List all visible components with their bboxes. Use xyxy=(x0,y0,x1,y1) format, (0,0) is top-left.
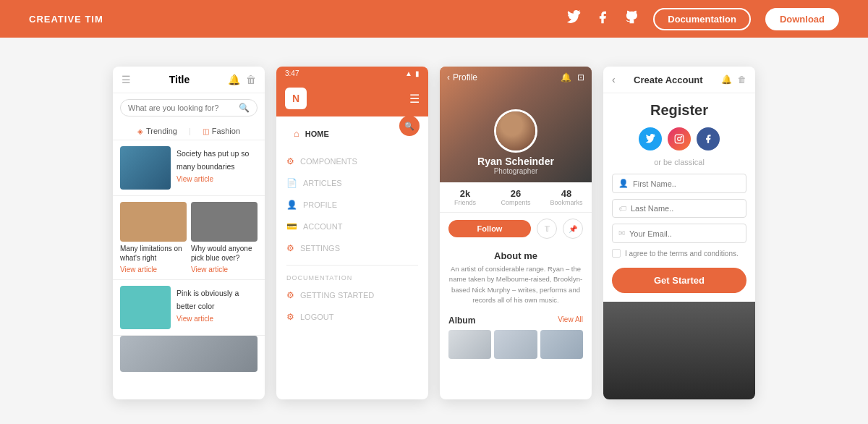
follow-button[interactable]: Follow xyxy=(448,220,531,237)
nav-components[interactable]: ⚙ COMPONENTS xyxy=(276,150,428,172)
trending-icon: ◈ xyxy=(137,127,143,135)
nav-divider xyxy=(286,265,418,266)
last-name-input[interactable] xyxy=(631,204,740,213)
github-icon[interactable] xyxy=(624,10,639,28)
article-small-item: Why would anyone pick blue over? View ar… xyxy=(191,202,258,274)
battery-icon: ▮ xyxy=(415,69,420,77)
notification-icon[interactable]: 🔔 xyxy=(561,72,571,82)
trash-icon[interactable]: 🗑 xyxy=(246,74,256,85)
nav-logout[interactable]: ⚙ LOGOUT xyxy=(276,306,428,328)
main-content: ☰ Title 🔔 🗑 🔍 ◈ Trending | ◫ Fashion xyxy=(0,38,868,424)
album-image-3 xyxy=(540,330,583,359)
terms-checkbox[interactable] xyxy=(612,249,621,258)
about-title: About me xyxy=(448,250,583,261)
about-section: About me An artist of considerable range… xyxy=(440,245,592,311)
search-bar[interactable]: 🔍 xyxy=(120,99,258,116)
album-grid xyxy=(440,330,592,359)
last-name-field[interactable]: 🏷 xyxy=(612,199,746,218)
view-article-link-small[interactable]: View article xyxy=(191,266,258,274)
view-article-link[interactable]: View article xyxy=(176,175,258,183)
get-started-button[interactable]: Get Started xyxy=(612,268,746,293)
tab-fashion[interactable]: ◫ Fashion xyxy=(203,127,240,135)
back-icon: ‹ xyxy=(447,72,450,82)
pin-icon: 📌 xyxy=(569,225,577,233)
person-icon: 👤 xyxy=(618,179,629,188)
search-input[interactable] xyxy=(128,103,234,112)
nav-getting-started[interactable]: ⚙ GETTING STARTED xyxy=(276,284,428,306)
view-all-link[interactable]: View All xyxy=(558,315,583,326)
nav-home-label: HOME xyxy=(305,130,329,138)
file-icon: 📄 xyxy=(286,178,297,188)
search-icon: 🔍 xyxy=(404,122,414,131)
twitter-icon[interactable] xyxy=(566,10,581,28)
mail-icon: ✉ xyxy=(618,229,625,238)
register-card: ‹ Create Account 🔔 🗑 Register or be cla xyxy=(603,67,755,399)
register-top-icons: 🔔 🗑 xyxy=(721,75,746,85)
terms-label: I agree to the terms and conditions. xyxy=(625,250,739,258)
home-icon: ⌂ xyxy=(294,128,299,139)
fashion-icon: ◫ xyxy=(203,127,209,135)
twitter-btn[interactable]: 𝕋 xyxy=(537,219,557,239)
register-title: Create Account xyxy=(634,75,703,85)
view-article-link-small[interactable]: View article xyxy=(120,266,187,274)
app-logo: N xyxy=(285,88,307,109)
search-icon: 🔍 xyxy=(239,103,250,113)
stat-comments-num: 26 xyxy=(490,188,541,199)
tab-trending[interactable]: ◈ Trending xyxy=(137,127,177,135)
header: CREATIVE TIM Documentation Download xyxy=(0,0,868,38)
search-button[interactable]: 🔍 xyxy=(399,116,420,136)
stat-friends: 2k Friends xyxy=(440,188,490,206)
instagram-social-btn[interactable] xyxy=(668,127,691,150)
hamburger-icon[interactable]: ☰ xyxy=(122,74,131,85)
article-image-small xyxy=(120,202,187,242)
facebook-icon[interactable] xyxy=(595,10,610,28)
email-input[interactable] xyxy=(629,229,740,238)
more-icon[interactable]: ⊡ xyxy=(577,72,584,82)
nav-articles[interactable]: 📄 ARTICLES xyxy=(276,172,428,194)
pin-btn[interactable]: 📌 xyxy=(563,219,583,239)
twitter-social-btn[interactable] xyxy=(639,127,662,150)
app-nav-card: 3:47 ▲ ▮ N ☰ ⌂ HOME ⚙ COMPONENTS 📄 ARTIC… xyxy=(276,67,428,399)
social-login-row xyxy=(612,127,746,150)
status-bar: 3:47 ▲ ▮ xyxy=(276,67,428,80)
settings-icon: ⚙ xyxy=(286,243,294,253)
article-small-item: Many limitations on what's right View ar… xyxy=(120,202,187,274)
avatar xyxy=(494,109,537,153)
svg-point-2 xyxy=(681,136,682,137)
back-button[interactable]: ‹ Profile xyxy=(447,72,477,82)
logout-icon: ⚙ xyxy=(286,312,294,322)
article-image-small xyxy=(191,202,258,242)
nav-account[interactable]: 💳 ACCOUNT xyxy=(276,216,428,237)
bell-icon[interactable]: 🔔 xyxy=(721,75,732,85)
tab-fashion-label: Fashion xyxy=(212,127,240,135)
profile-topbar: ‹ Profile 🔔 ⊡ xyxy=(440,67,592,88)
profile-hero: ‹ Profile 🔔 ⊡ Ryan Scheinder Photographe… xyxy=(440,67,592,182)
trash-icon[interactable]: 🗑 xyxy=(738,75,746,85)
documentation-button[interactable]: Documentation xyxy=(653,8,751,30)
download-button[interactable]: Download xyxy=(765,8,839,30)
first-name-field[interactable]: 👤 xyxy=(612,174,746,193)
card1-title: Title xyxy=(169,74,190,85)
nav-profile[interactable]: 👤 PROFILE xyxy=(276,194,428,216)
profile-nav-label: Profile xyxy=(453,72,477,82)
bell-icon[interactable]: 🔔 xyxy=(228,74,240,85)
category-tabs: ◈ Trending | ◫ Fashion xyxy=(113,122,265,140)
svg-point-1 xyxy=(678,137,681,141)
status-icons: ▲ ▮ xyxy=(405,69,420,77)
article-text: Society has put up so many boundaries xyxy=(176,149,249,171)
first-name-input[interactable] xyxy=(633,179,740,188)
stat-bookmarks-label: Bookmarks xyxy=(541,199,592,206)
view-article-link[interactable]: View article xyxy=(176,315,258,323)
back-button[interactable]: ‹ xyxy=(612,74,616,85)
album-title: Album xyxy=(448,315,475,326)
hamburger-icon[interactable]: ☰ xyxy=(409,92,420,106)
article-info: Society has put up so many boundaries Vi… xyxy=(176,146,258,190)
app-bar: N ☰ xyxy=(276,80,428,116)
email-field[interactable]: ✉ xyxy=(612,224,746,243)
album-header: Album View All xyxy=(440,311,592,330)
article-image-large xyxy=(120,336,258,372)
register-bottom-bg xyxy=(603,302,755,399)
profile-stats: 2k Friends 26 Compents 48 Bookmarks xyxy=(440,182,592,213)
facebook-social-btn[interactable] xyxy=(697,127,720,150)
nav-settings[interactable]: ⚙ SETTINGS xyxy=(276,237,428,259)
